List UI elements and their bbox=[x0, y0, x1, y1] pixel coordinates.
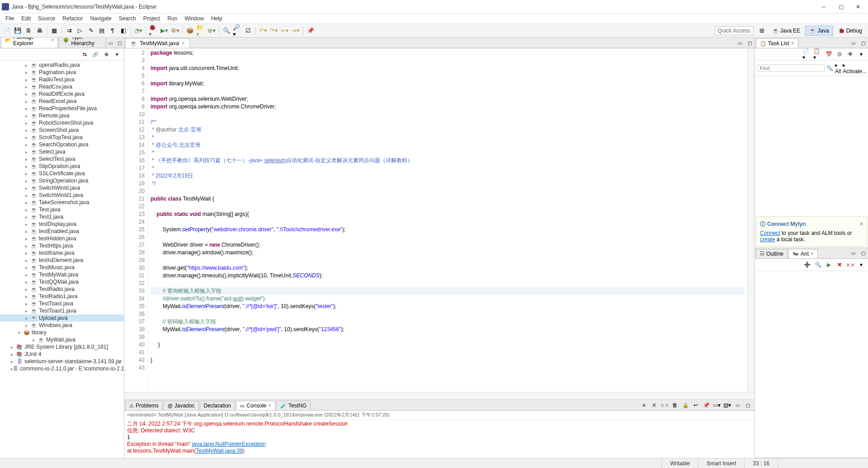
tree-item[interactable]: ▸☕SlipOpration.java bbox=[0, 163, 124, 170]
testng-tab[interactable]: 🧪 TestNG bbox=[276, 401, 311, 410]
close-icon[interactable]: × bbox=[51, 37, 54, 43]
tree-item[interactable]: ▸☕TestQQMail.java bbox=[0, 278, 124, 285]
close-icon[interactable]: × bbox=[182, 40, 185, 47]
open-console-button[interactable]: ▤▾ bbox=[722, 400, 732, 410]
tree-item[interactable]: ▸☕TestMusic.java bbox=[0, 264, 124, 271]
open-type-button[interactable]: 🔍 bbox=[222, 26, 231, 36]
tree-item[interactable]: ▸☕Test.java bbox=[0, 206, 124, 213]
tree-item[interactable]: ▸☕ReadCsv.java bbox=[0, 83, 124, 90]
next-edit-button[interactable]: ↷▾ bbox=[269, 26, 279, 36]
tree-item[interactable]: ▸☕ScrollTopTest.java bbox=[0, 134, 124, 141]
tree-item[interactable]: ▸🗄commons-io-2.11.0.jar - E:\commons-io-… bbox=[0, 365, 124, 372]
menu-window[interactable]: Window bbox=[181, 14, 208, 23]
view-menu-button[interactable]: ▾ bbox=[112, 49, 122, 59]
skip-breakpoints-button[interactable]: ⇉ bbox=[64, 26, 74, 36]
minimize-button[interactable]: ─ bbox=[819, 2, 828, 11]
focus-task-button[interactable]: ⊕ bbox=[101, 49, 111, 59]
menu-file[interactable]: File bbox=[2, 14, 18, 23]
print-button[interactable]: 🖶 bbox=[34, 26, 44, 36]
save-button[interactable]: 💾 bbox=[13, 26, 23, 36]
tree-item[interactable]: ▸☕SwitchWinId.java bbox=[0, 184, 124, 192]
console-output[interactable]: 二月 14, 2022 2:57:24 下午 org.openqa.seleni… bbox=[124, 420, 755, 458]
link-editor-button[interactable]: 🔗 bbox=[90, 49, 100, 59]
package-tree[interactable]: ▸☕operatRadio.java▸☕Pagination.java▸☕Rad… bbox=[0, 61, 124, 458]
tree-item[interactable]: ▸☕testIframe.java bbox=[0, 249, 124, 257]
show-whitespace-button[interactable]: ¶ bbox=[108, 26, 118, 36]
package-explorer-tab[interactable]: 📂 Package Explorer × bbox=[1, 37, 58, 48]
remove-all-button[interactable]: ⨯⨯ bbox=[845, 260, 855, 270]
menu-navigate[interactable]: Navigate bbox=[86, 14, 115, 23]
tree-item[interactable]: ▸☕ReadExcel.java bbox=[0, 98, 124, 105]
tree-item[interactable]: ▸☕testHidden.java bbox=[0, 235, 124, 242]
view-minimize-icon[interactable]: ▭ bbox=[106, 38, 115, 48]
tree-item[interactable]: ▸☕Pagination.java bbox=[0, 69, 124, 76]
javadoc-tab[interactable]: @ Javadoc bbox=[164, 401, 199, 410]
view-minimize-icon[interactable]: ▭ bbox=[848, 248, 858, 258]
clear-console-button[interactable]: 🗑 bbox=[670, 400, 680, 410]
coverage-button[interactable]: ◔▾ bbox=[133, 26, 143, 36]
resume-button[interactable]: ▷ bbox=[75, 26, 85, 36]
tree-item[interactable]: ▸☕RobotScreenShot.java bbox=[0, 119, 124, 126]
tree-item[interactable]: ▸📚JRE System Library [jdk1.8.0_181] bbox=[0, 343, 124, 351]
hide-button[interactable]: 👁 bbox=[845, 49, 855, 59]
task-list-tab[interactable]: 📋 Task List × bbox=[756, 38, 798, 48]
tree-item[interactable]: ▸☕Remote.java bbox=[0, 112, 124, 119]
tree-item[interactable]: ▸☕MyWait.java bbox=[0, 336, 124, 343]
tree-item[interactable]: ▸☕TestRadio1.java bbox=[0, 293, 124, 300]
last-edit-button[interactable]: ↶▾ bbox=[258, 26, 268, 36]
categorize-button[interactable]: 📋▾ bbox=[813, 49, 823, 59]
view-minimize-icon[interactable]: ▭ bbox=[848, 38, 858, 48]
tree-item[interactable]: ▸☕Upload.java bbox=[0, 314, 124, 322]
search-button[interactable]: 🔎▾ bbox=[232, 26, 242, 36]
tree-item[interactable]: ▸☕TestToast.java bbox=[0, 300, 124, 307]
menu-project[interactable]: Project bbox=[140, 14, 164, 23]
tree-item[interactable]: ▸☕testEnabled.java bbox=[0, 228, 124, 235]
toggle-mark-button[interactable]: ✎ bbox=[86, 26, 96, 36]
tree-item[interactable]: ▸☕ReadPropertiesFile.java bbox=[0, 105, 124, 112]
new-class-button[interactable]: 📁▾ bbox=[196, 26, 206, 36]
tree-item[interactable]: ▸☕TestHttps.java bbox=[0, 242, 124, 249]
collapse-all-button[interactable]: ⇆ bbox=[80, 49, 90, 59]
editor-minimize-icon[interactable]: ▭ bbox=[735, 38, 745, 48]
tree-item[interactable]: ▸☕Select.java bbox=[0, 148, 124, 155]
tree-item[interactable]: ▾📦library bbox=[0, 329, 124, 336]
tree-item[interactable]: ▸☕Test1.java bbox=[0, 213, 124, 220]
debug-button[interactable]: 🐞▾ bbox=[148, 26, 158, 36]
close-icon[interactable]: × bbox=[791, 40, 794, 47]
tree-item[interactable]: ▸☕testIsElement.java bbox=[0, 257, 124, 264]
terminate-button[interactable]: ■ bbox=[639, 400, 649, 410]
run-last-button[interactable]: ⚙▾ bbox=[170, 26, 180, 36]
build-button[interactable]: ▦ bbox=[49, 26, 59, 36]
menu-source[interactable]: Source bbox=[34, 14, 59, 23]
tree-item[interactable]: ▸☕TakeScreenshot.java bbox=[0, 199, 124, 206]
menu-refactor[interactable]: Refactor bbox=[59, 14, 86, 23]
search-icon[interactable]: 🔍 bbox=[826, 65, 833, 71]
menu-help[interactable]: Help bbox=[208, 14, 226, 23]
tree-item[interactable]: ▸☕operatRadio.java bbox=[0, 61, 124, 69]
display-console-button[interactable]: ▭▾ bbox=[712, 400, 722, 410]
code-editor[interactable]: 2345678910111213141516171819202122232425… bbox=[124, 48, 755, 392]
console-minimize-icon[interactable]: ▭ bbox=[732, 400, 742, 410]
save-all-button[interactable]: 🗎 bbox=[24, 26, 33, 36]
remove-button[interactable]: ✖ bbox=[835, 260, 844, 270]
tree-item[interactable]: ▸☕TestMyWait.java bbox=[0, 271, 124, 278]
perspective-debug[interactable]: 🐞Debug bbox=[834, 26, 866, 36]
toggle-block-button[interactable]: ▤ bbox=[97, 26, 107, 36]
toggle-button[interactable]: ☑ bbox=[243, 26, 253, 36]
run-button[interactable]: ▶▾ bbox=[159, 26, 169, 36]
perspective-javaee[interactable]: ☕Java EE bbox=[768, 26, 805, 36]
editor-tab[interactable]: ☕ TestMyWait.java × bbox=[125, 38, 190, 48]
maximize-button[interactable]: ▢ bbox=[836, 2, 845, 11]
tree-item[interactable]: ▸☕RadioTest.java bbox=[0, 76, 124, 83]
outline-tab[interactable]: ☷ Outline bbox=[756, 249, 788, 258]
tree-item[interactable]: ▸☕ReadDiffExcle.java bbox=[0, 90, 124, 98]
forward-button[interactable]: ⇒▾ bbox=[291, 26, 301, 36]
tree-item[interactable]: ▸☕SelectTest.java bbox=[0, 155, 124, 163]
remove-launch-button[interactable]: ✖ bbox=[649, 400, 659, 410]
add-buildfile-button[interactable]: ➕ bbox=[802, 260, 812, 270]
ant-menu-button[interactable]: ▾ bbox=[856, 260, 866, 270]
vertical-scrollbar[interactable] bbox=[747, 48, 755, 392]
find-input[interactable] bbox=[758, 65, 825, 72]
back-button[interactable]: ⇐▾ bbox=[280, 26, 290, 36]
pin-button[interactable]: 📌 bbox=[306, 26, 316, 36]
